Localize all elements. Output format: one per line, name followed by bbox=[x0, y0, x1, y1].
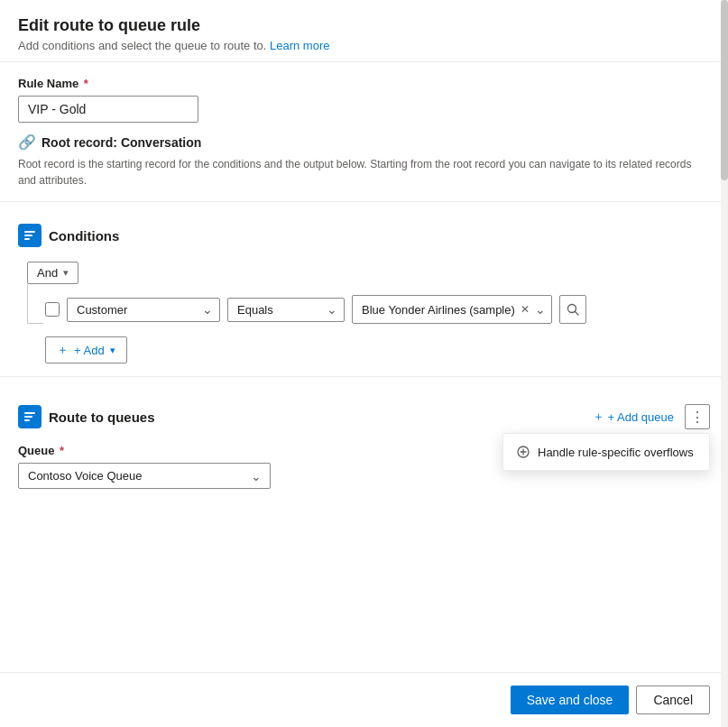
condition-row: Customer Subject Status Channel Equals D… bbox=[27, 295, 710, 324]
condition-value-chevron-icon[interactable]: ⌄ bbox=[535, 302, 546, 317]
conditions-icon bbox=[18, 224, 41, 247]
scrollbar-thumb[interactable] bbox=[721, 0, 728, 180]
add-condition-button[interactable]: ＋ + Add ▾ bbox=[45, 336, 127, 364]
overflow-dropdown-menu: Handle rule-specific overflows bbox=[502, 433, 710, 471]
page-subtitle: Add conditions and select the queue to r… bbox=[18, 39, 710, 52]
queue-required-indicator: * bbox=[56, 444, 64, 457]
footer-section: Save and close Cancel bbox=[0, 672, 728, 727]
save-close-button[interactable]: Save and close bbox=[511, 686, 630, 714]
svg-rect-5 bbox=[24, 412, 35, 414]
handle-overflows-menu-item[interactable]: Handle rule-specific overflows bbox=[503, 437, 709, 466]
root-record-title: Root record: Conversation bbox=[41, 135, 201, 150]
and-chevron-icon: ▾ bbox=[63, 267, 69, 279]
divider-1 bbox=[0, 201, 728, 202]
header-section: Edit route to queue rule Add conditions … bbox=[0, 0, 728, 62]
more-options-button[interactable]: ⋮ bbox=[685, 404, 710, 429]
svg-rect-1 bbox=[24, 235, 32, 236]
conditions-title: Conditions bbox=[49, 228, 119, 244]
svg-rect-7 bbox=[24, 419, 30, 421]
add-queue-button[interactable]: ＋ + Add queue bbox=[585, 405, 681, 428]
condition-value-clear-button[interactable]: ✕ bbox=[519, 303, 531, 316]
page-title: Edit route to queue rule bbox=[18, 16, 710, 35]
svg-rect-6 bbox=[24, 416, 32, 418]
route-section-title: Route to queues bbox=[49, 410, 155, 425]
conditions-section: Conditions And ▾ Customer Subject Status bbox=[0, 224, 728, 364]
condition-line bbox=[27, 284, 43, 324]
add-chevron-icon: ▾ bbox=[110, 345, 115, 356]
svg-line-4 bbox=[575, 312, 578, 316]
queue-select-wrapper: Contoso Voice Queue Default Queue Suppor… bbox=[18, 463, 271, 489]
scrollbar-track[interactable] bbox=[721, 0, 728, 727]
condition-value-text: Blue Yonder Airlines (sample) bbox=[362, 303, 515, 317]
queue-select[interactable]: Contoso Voice Queue Default Queue Suppor… bbox=[18, 463, 271, 489]
add-queue-plus-icon: ＋ bbox=[593, 409, 604, 425]
add-icon: ＋ bbox=[57, 342, 69, 358]
and-operator-dropdown[interactable]: And ▾ bbox=[27, 262, 78, 284]
required-indicator: * bbox=[80, 77, 88, 90]
condition-field-select[interactable]: Customer Subject Status Channel bbox=[67, 298, 220, 322]
condition-value-wrapper: Blue Yonder Airlines (sample) ✕ ⌄ bbox=[352, 295, 552, 324]
route-header-right: ＋ + Add queue ⋮ Handl bbox=[585, 404, 710, 429]
condition-search-button[interactable] bbox=[559, 295, 586, 324]
condition-operator-select[interactable]: Equals Does not equal Contains Is null bbox=[227, 298, 345, 322]
root-record-icon: 🔗 bbox=[18, 133, 36, 151]
condition-field-wrapper: Customer Subject Status Channel bbox=[67, 298, 220, 322]
divider-2 bbox=[0, 376, 728, 377]
condition-operator-wrapper: Equals Does not equal Contains Is null bbox=[227, 298, 345, 322]
svg-rect-0 bbox=[24, 231, 35, 233]
route-header: Route to queues ＋ + Add queue ⋮ bbox=[18, 404, 710, 429]
learn-more-link[interactable]: Learn more bbox=[270, 39, 329, 52]
rule-name-label: Rule Name * bbox=[18, 77, 710, 90]
condition-checkbox[interactable] bbox=[45, 302, 60, 317]
rule-name-input[interactable] bbox=[18, 96, 198, 123]
conditions-area: And ▾ Customer Subject Status Channel bbox=[18, 262, 710, 364]
main-container: Edit route to queue rule Add conditions … bbox=[0, 0, 728, 727]
route-section-icon bbox=[18, 405, 41, 428]
root-record-section: 🔗 Root record: Conversation Root record … bbox=[0, 123, 728, 189]
rule-name-section: Rule Name * bbox=[0, 62, 728, 123]
route-section: Route to queues ＋ + Add queue ⋮ bbox=[0, 404, 728, 489]
cancel-button[interactable]: Cancel bbox=[636, 686, 710, 714]
root-record-description: Root record is the starting record for t… bbox=[18, 156, 695, 189]
svg-rect-2 bbox=[24, 238, 30, 240]
overflow-icon bbox=[516, 445, 530, 459]
